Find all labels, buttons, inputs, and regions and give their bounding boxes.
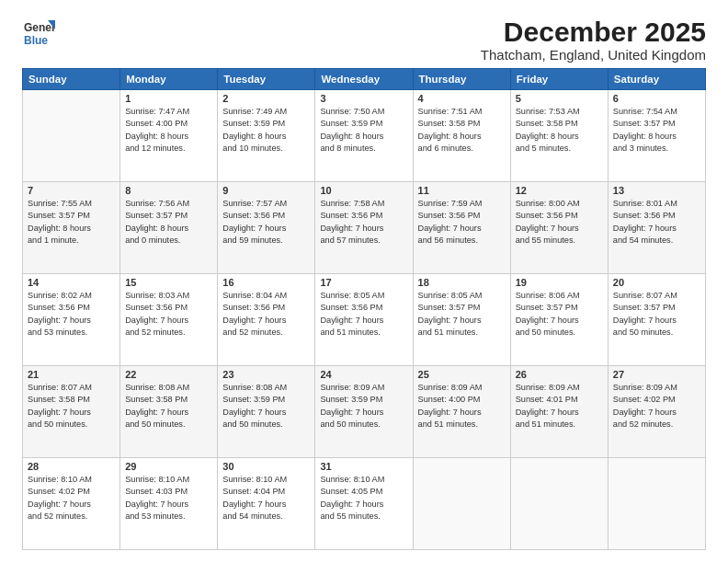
day-number: 20 xyxy=(613,277,700,288)
day-info: Sunrise: 8:10 AM Sunset: 4:04 PM Dayligh… xyxy=(222,474,310,523)
calendar-cell xyxy=(510,458,608,550)
calendar-row: 1Sunrise: 7:47 AM Sunset: 4:00 PM Daylig… xyxy=(23,90,706,182)
calendar-cell: 21Sunrise: 8:07 AM Sunset: 3:58 PM Dayli… xyxy=(23,366,120,458)
calendar-cell: 2Sunrise: 7:49 AM Sunset: 3:59 PM Daylig… xyxy=(218,90,315,182)
day-number: 2 xyxy=(222,93,310,104)
day-info: Sunrise: 8:07 AM Sunset: 3:58 PM Dayligh… xyxy=(28,382,115,431)
calendar-header-row: Sunday Monday Tuesday Wednesday Thursday… xyxy=(23,69,706,90)
day-info: Sunrise: 8:05 AM Sunset: 3:57 PM Dayligh… xyxy=(418,290,506,339)
calendar-cell: 4Sunrise: 7:51 AM Sunset: 3:58 PM Daylig… xyxy=(413,90,510,182)
day-number: 7 xyxy=(28,185,115,196)
calendar-cell xyxy=(23,90,120,182)
calendar-cell: 23Sunrise: 8:08 AM Sunset: 3:59 PM Dayli… xyxy=(218,366,315,458)
calendar-cell: 5Sunrise: 7:53 AM Sunset: 3:58 PM Daylig… xyxy=(510,90,608,182)
day-info: Sunrise: 8:08 AM Sunset: 3:58 PM Dayligh… xyxy=(125,382,212,431)
day-info: Sunrise: 8:09 AM Sunset: 4:02 PM Dayligh… xyxy=(613,382,700,431)
col-wednesday: Wednesday xyxy=(315,69,413,90)
day-number: 25 xyxy=(418,369,506,380)
day-number: 26 xyxy=(516,369,603,380)
day-number: 13 xyxy=(613,185,700,196)
col-sunday: Sunday xyxy=(23,69,120,90)
day-number: 21 xyxy=(28,369,115,380)
day-number: 8 xyxy=(125,185,212,196)
day-number: 9 xyxy=(222,185,310,196)
logo-svg: General Blue xyxy=(22,17,55,50)
day-number: 12 xyxy=(516,185,603,196)
calendar-row: 21Sunrise: 8:07 AM Sunset: 3:58 PM Dayli… xyxy=(23,366,706,458)
day-number: 18 xyxy=(418,277,506,288)
day-info: Sunrise: 7:55 AM Sunset: 3:57 PM Dayligh… xyxy=(28,198,115,247)
calendar-cell: 24Sunrise: 8:09 AM Sunset: 3:59 PM Dayli… xyxy=(315,366,413,458)
calendar-cell: 8Sunrise: 7:56 AM Sunset: 3:57 PM Daylig… xyxy=(120,182,218,274)
day-info: Sunrise: 8:06 AM Sunset: 3:57 PM Dayligh… xyxy=(516,290,603,339)
day-info: Sunrise: 8:10 AM Sunset: 4:05 PM Dayligh… xyxy=(320,474,407,523)
title-block: December 2025 Thatcham, England, United … xyxy=(481,17,706,63)
day-info: Sunrise: 7:54 AM Sunset: 3:57 PM Dayligh… xyxy=(613,106,700,155)
svg-text:Blue: Blue xyxy=(24,34,48,47)
calendar-row: 14Sunrise: 8:02 AM Sunset: 3:56 PM Dayli… xyxy=(23,274,706,366)
day-number: 5 xyxy=(516,93,603,104)
day-number: 22 xyxy=(125,369,212,380)
calendar-cell: 31Sunrise: 8:10 AM Sunset: 4:05 PM Dayli… xyxy=(315,458,413,550)
day-number: 31 xyxy=(320,461,407,472)
calendar-cell: 17Sunrise: 8:05 AM Sunset: 3:56 PM Dayli… xyxy=(315,274,413,366)
calendar-table: Sunday Monday Tuesday Wednesday Thursday… xyxy=(22,68,706,550)
calendar-cell: 16Sunrise: 8:04 AM Sunset: 3:56 PM Dayli… xyxy=(218,274,315,366)
day-info: Sunrise: 8:09 AM Sunset: 4:01 PM Dayligh… xyxy=(516,382,603,431)
calendar-cell: 18Sunrise: 8:05 AM Sunset: 3:57 PM Dayli… xyxy=(413,274,510,366)
day-info: Sunrise: 7:56 AM Sunset: 3:57 PM Dayligh… xyxy=(125,198,212,247)
day-info: Sunrise: 8:10 AM Sunset: 4:03 PM Dayligh… xyxy=(125,474,212,523)
calendar-row: 7Sunrise: 7:55 AM Sunset: 3:57 PM Daylig… xyxy=(23,182,706,274)
calendar-cell: 20Sunrise: 8:07 AM Sunset: 3:57 PM Dayli… xyxy=(608,274,705,366)
day-info: Sunrise: 8:01 AM Sunset: 3:56 PM Dayligh… xyxy=(613,198,700,247)
calendar-cell: 26Sunrise: 8:09 AM Sunset: 4:01 PM Dayli… xyxy=(510,366,608,458)
calendar-cell xyxy=(608,458,705,550)
calendar-row: 28Sunrise: 8:10 AM Sunset: 4:02 PM Dayli… xyxy=(23,458,706,550)
day-number: 29 xyxy=(125,461,212,472)
calendar-cell: 19Sunrise: 8:06 AM Sunset: 3:57 PM Dayli… xyxy=(510,274,608,366)
day-number: 16 xyxy=(222,277,310,288)
calendar-cell: 7Sunrise: 7:55 AM Sunset: 3:57 PM Daylig… xyxy=(23,182,120,274)
col-saturday: Saturday xyxy=(608,69,705,90)
day-number: 30 xyxy=(222,461,310,472)
day-info: Sunrise: 8:08 AM Sunset: 3:59 PM Dayligh… xyxy=(222,382,310,431)
day-info: Sunrise: 8:05 AM Sunset: 3:56 PM Dayligh… xyxy=(320,290,407,339)
col-tuesday: Tuesday xyxy=(218,69,315,90)
calendar-cell: 6Sunrise: 7:54 AM Sunset: 3:57 PM Daylig… xyxy=(608,90,705,182)
day-info: Sunrise: 8:07 AM Sunset: 3:57 PM Dayligh… xyxy=(613,290,700,339)
logo: General Blue xyxy=(22,17,55,50)
day-number: 19 xyxy=(516,277,603,288)
calendar-cell: 1Sunrise: 7:47 AM Sunset: 4:00 PM Daylig… xyxy=(120,90,218,182)
location-subtitle: Thatcham, England, United Kingdom xyxy=(481,47,706,63)
day-info: Sunrise: 8:02 AM Sunset: 3:56 PM Dayligh… xyxy=(28,290,115,339)
day-info: Sunrise: 7:53 AM Sunset: 3:58 PM Dayligh… xyxy=(516,106,603,155)
calendar-cell: 3Sunrise: 7:50 AM Sunset: 3:59 PM Daylig… xyxy=(315,90,413,182)
day-number: 28 xyxy=(28,461,115,472)
day-info: Sunrise: 8:10 AM Sunset: 4:02 PM Dayligh… xyxy=(28,474,115,523)
calendar-cell: 22Sunrise: 8:08 AM Sunset: 3:58 PM Dayli… xyxy=(120,366,218,458)
month-year-title: December 2025 xyxy=(481,17,706,47)
day-number: 10 xyxy=(320,185,407,196)
day-number: 11 xyxy=(418,185,506,196)
calendar-cell: 28Sunrise: 8:10 AM Sunset: 4:02 PM Dayli… xyxy=(23,458,120,550)
day-info: Sunrise: 8:04 AM Sunset: 3:56 PM Dayligh… xyxy=(222,290,310,339)
day-info: Sunrise: 7:57 AM Sunset: 3:56 PM Dayligh… xyxy=(222,198,310,247)
day-number: 3 xyxy=(320,93,407,104)
day-info: Sunrise: 7:50 AM Sunset: 3:59 PM Dayligh… xyxy=(320,106,407,155)
day-number: 14 xyxy=(28,277,115,288)
calendar-cell: 15Sunrise: 8:03 AM Sunset: 3:56 PM Dayli… xyxy=(120,274,218,366)
calendar-cell: 10Sunrise: 7:58 AM Sunset: 3:56 PM Dayli… xyxy=(315,182,413,274)
day-number: 15 xyxy=(125,277,212,288)
page: General Blue December 2025 Thatcham, Eng… xyxy=(0,0,728,563)
day-info: Sunrise: 7:51 AM Sunset: 3:58 PM Dayligh… xyxy=(418,106,506,155)
calendar-cell: 30Sunrise: 8:10 AM Sunset: 4:04 PM Dayli… xyxy=(218,458,315,550)
day-info: Sunrise: 7:49 AM Sunset: 3:59 PM Dayligh… xyxy=(222,106,310,155)
day-info: Sunrise: 8:00 AM Sunset: 3:56 PM Dayligh… xyxy=(516,198,603,247)
day-number: 24 xyxy=(320,369,407,380)
calendar-cell: 25Sunrise: 8:09 AM Sunset: 4:00 PM Dayli… xyxy=(413,366,510,458)
header: General Blue December 2025 Thatcham, Eng… xyxy=(22,17,706,63)
day-number: 6 xyxy=(613,93,700,104)
day-info: Sunrise: 7:59 AM Sunset: 3:56 PM Dayligh… xyxy=(418,198,506,247)
calendar-cell: 27Sunrise: 8:09 AM Sunset: 4:02 PM Dayli… xyxy=(608,366,705,458)
col-friday: Friday xyxy=(510,69,608,90)
